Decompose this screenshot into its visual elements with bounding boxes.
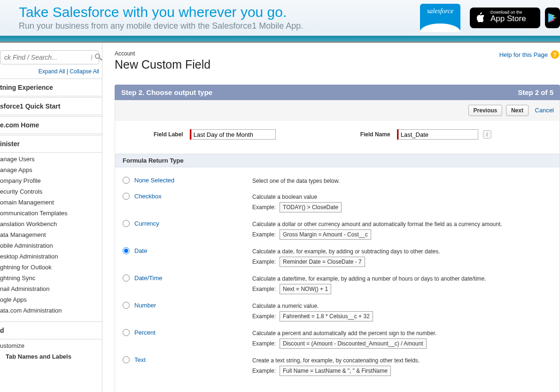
type-desc-number: Calculate a numeric value.Example:Fahren…	[252, 302, 373, 321]
breadcrumb: Account	[115, 50, 210, 57]
expand-all-link[interactable]: Expand All	[39, 68, 65, 75]
radio-percent[interactable]	[123, 329, 130, 336]
example-box: Fahrenheit = 1.8 * Celsius__c + 32	[280, 311, 373, 321]
sidebar-item[interactable]: anage Apps	[0, 165, 102, 175]
example-box: Full Name = LastName & ", " & FirstName	[280, 366, 391, 376]
quick-find-wrap[interactable]: i	[0, 50, 99, 64]
type-desc-datetime: Calculate a date/time, for example, by a…	[252, 274, 486, 294]
step-header: Step 2. Choose output type Step 2 of 5	[115, 85, 560, 100]
example-label: Example:	[252, 230, 276, 239]
return-type-row-datetime: Date/TimeCalculate a date/time, for exam…	[123, 271, 552, 298]
return-type-row-date: DateCalculate a date, for example, by ad…	[123, 243, 552, 271]
type-label-datetime[interactable]: Date/Time	[134, 274, 162, 282]
setup-sidebar: i Expand All | Collapse All tning Experi…	[0, 43, 102, 392]
page-title: New Custom Field	[115, 58, 210, 71]
type-desc-checkbox: Calculate a boolean valueExample:TODAY()…	[252, 193, 342, 212]
expand-collapse-row: Expand All | Collapse All	[0, 68, 102, 78]
salesforce-logo: salesforce	[420, 4, 460, 32]
type-desc-none: Select one of the data types below.	[252, 177, 340, 185]
example-label: Example:	[252, 203, 276, 212]
sidebar-item[interactable]: ghtning Sync	[0, 273, 102, 283]
sidebar-item[interactable]: nail Administration	[0, 283, 102, 294]
info-icon[interactable]: i	[483, 130, 491, 139]
promo-banner: Take Salesforce with you wherever you go…	[0, 0, 560, 36]
cancel-link[interactable]: Cancel	[535, 107, 554, 114]
sidebar-item[interactable]: anage Users	[0, 154, 102, 165]
collapse-all-link[interactable]: Collapse All	[70, 68, 99, 75]
banner-subtitle: Run your business from any mobile device…	[19, 21, 415, 31]
radio-number[interactable]	[123, 302, 130, 309]
field-name-label: Field Name	[360, 131, 390, 138]
sidebar-item[interactable]: tning Experience	[0, 78, 102, 96]
type-label-date[interactable]: Date	[134, 247, 147, 254]
sidebar-item[interactable]: ustomize	[0, 340, 102, 351]
sidebar-item[interactable]: obile Administration	[0, 240, 102, 251]
example-box: Reminder Date = CloseDate - 7	[280, 257, 365, 267]
sidebar-item[interactable]: ommunication Templates	[0, 208, 102, 219]
type-desc-text: Create a text string, for example, by co…	[252, 356, 420, 376]
example-box: Next = NOW() + 1	[280, 284, 331, 294]
sidebar-item[interactable]: e.com Home	[0, 116, 102, 134]
top-teal-bar	[0, 36, 560, 41]
return-type-list: None SelectedSelect one of the data type…	[115, 167, 560, 392]
return-type-row-text: TextCreate a text string, for example, b…	[123, 353, 552, 380]
previous-button[interactable]: Previous	[468, 105, 503, 116]
play-store-button[interactable]	[545, 8, 560, 28]
return-type-row-currency: CurrencyCalculate a dollar or other curr…	[123, 216, 552, 243]
sidebar-item[interactable]: anslation Workbench	[0, 219, 102, 229]
sidebar-item[interactable]: ecurity Controls	[0, 186, 102, 197]
example-label: Example:	[252, 339, 276, 348]
field-label-label: Field Label	[154, 131, 183, 138]
build-header[interactable]: d	[0, 321, 102, 339]
sidebar-item[interactable]: ogle Apps	[0, 294, 102, 305]
return-type-header: Formula Return Type	[115, 154, 560, 167]
example-box: Gross Margin = Amount - Cost__c	[280, 229, 371, 240]
example-label: Example:	[252, 258, 276, 266]
info-icon[interactable]: i	[91, 53, 92, 62]
type-desc-percent: Calculate a percent and automatically ad…	[252, 329, 436, 349]
radio-none[interactable]	[123, 177, 130, 184]
field-name-input[interactable]	[398, 129, 478, 140]
apple-icon	[474, 11, 486, 24]
type-label-percent[interactable]: Percent	[134, 329, 156, 336]
example-label: Example:	[252, 312, 276, 321]
field-inputs-row: Field Label Field Name i	[115, 121, 560, 154]
example-label: Example:	[252, 367, 276, 375]
sidebar-item[interactable]: esktop Administration	[0, 251, 102, 262]
example-label: Example:	[252, 285, 276, 293]
radio-date[interactable]	[123, 247, 130, 254]
sidebar-item[interactable]: ompany Profile	[0, 175, 102, 186]
type-label-checkbox[interactable]: Checkbox	[134, 193, 162, 200]
sidebar-item[interactable]: ghtning for Outlook	[0, 262, 102, 273]
radio-currency[interactable]	[123, 220, 130, 227]
banner-copy: Take Salesforce with you wherever you go…	[19, 5, 415, 31]
type-label-currency[interactable]: Currency	[134, 220, 159, 227]
radio-checkbox[interactable]	[123, 193, 130, 200]
sidebar-item[interactable]: Tab Names and Labels	[0, 351, 102, 362]
help-link[interactable]: Help for this Page ?	[499, 50, 559, 59]
radio-datetime[interactable]	[123, 274, 130, 282]
sidebar-item[interactable]: ata.com Administration	[0, 305, 102, 316]
return-type-row-number: NumberCalculate a numeric value.Example:…	[123, 298, 552, 325]
main-content: Account New Custom Field Help for this P…	[102, 43, 560, 392]
administer-header[interactable]: inister	[0, 135, 102, 153]
banner-title: Take Salesforce with you wherever you go…	[19, 5, 415, 19]
sidebar-item[interactable]: omain Management	[0, 197, 102, 208]
top-button-row: Previous Next Cancel	[115, 100, 560, 121]
type-label-text[interactable]: Text	[134, 356, 146, 363]
type-label-none[interactable]: None Selected	[134, 177, 174, 184]
play-icon	[548, 13, 557, 23]
return-type-row-none: None SelectedSelect one of the data type…	[123, 173, 552, 189]
field-label-input[interactable]	[191, 129, 276, 140]
search-icon[interactable]	[95, 53, 102, 62]
appstore-big: App Store	[490, 15, 534, 24]
sidebar-item[interactable]: sforce1 Quick Start	[0, 97, 102, 115]
quick-find-input[interactable]	[3, 53, 88, 62]
type-label-number[interactable]: Number	[134, 302, 156, 309]
radio-text[interactable]	[123, 356, 130, 363]
sidebar-item[interactable]: ata Management	[0, 229, 102, 240]
return-type-row-percent: PercentCalculate a percent and automatic…	[123, 325, 552, 353]
return-type-row-checkbox: CheckboxCalculate a boolean valueExample…	[123, 189, 552, 216]
app-store-button[interactable]: Download on the App Store	[470, 8, 540, 28]
next-button[interactable]: Next	[506, 105, 529, 116]
